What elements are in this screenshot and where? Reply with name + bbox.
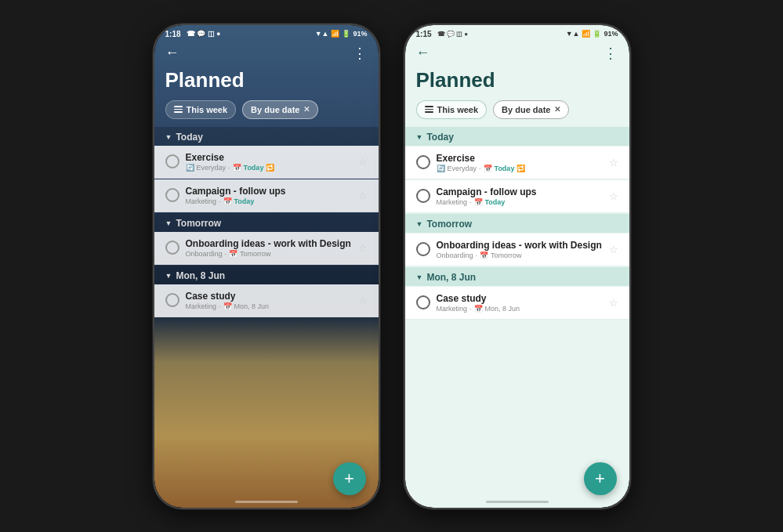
task-onboarding-dark[interactable]: Onboarding ideas - work with Design Onbo…	[154, 232, 379, 265]
filter-this-week-dark[interactable]: This week	[165, 100, 237, 119]
page-title-light: Planned	[405, 67, 629, 100]
phone-dark: 1:18 ☎ 💬 ◫ ● ▼▲ 📶 🔋 91% ← ⋮ Planned This…	[153, 24, 380, 509]
task-meta-campaign-light: Marketing · 📅 Today	[437, 198, 603, 206]
task-info-exercise-light: Exercise 🔄 Everyday · 📅 Today 🔁	[437, 153, 603, 172]
task-list-dark: ▼ Today Exercise 🔄 Everyday · 📅 Today 🔁	[154, 127, 379, 365]
fab-light[interactable]: +	[584, 462, 617, 495]
task-circle-dark[interactable]	[165, 154, 179, 168]
chevron-today-dark: ▼	[165, 133, 172, 141]
star-onboarding-light[interactable]: ☆	[609, 244, 618, 255]
section-tomorrow-dark[interactable]: ▼ Tomorrow	[154, 213, 379, 232]
task-meta-casestudy-dark: Marketing · 📅 Mon, 8 Jun	[186, 302, 352, 310]
menu-button-light[interactable]: ⋮	[604, 45, 618, 62]
task-meta-dark: 🔄 Everyday · 📅 Today 🔁	[186, 164, 352, 172]
task-info-campaign-light: Campaign - follow ups Marketing · 📅 Toda…	[437, 186, 603, 206]
star-onboarding-dark[interactable]: ☆	[358, 242, 368, 254]
status-icons-light: ▼▲ 📶 🔋 91%	[566, 30, 618, 38]
filter-by-due-date-light[interactable]: By due date ✕	[493, 100, 569, 119]
star-casestudy-light[interactable]: ☆	[609, 297, 618, 309]
bottom-bar-light	[486, 501, 549, 503]
app-header-light: ← ⋮	[405, 42, 629, 67]
status-time-light: 1:15 ☎ 💬 ◫ ●	[416, 30, 469, 38]
task-casestudy-light[interactable]: Case study Marketing · 📅 Mon, 8 Jun ☆	[405, 287, 629, 320]
task-casestudy-dark[interactable]: Case study Marketing · 📅 Mon, 8 Jun ☆	[154, 284, 379, 317]
task-info-casestudy-dark: Case study Marketing · 📅 Mon, 8 Jun	[186, 291, 352, 310]
phone-light: 1:15 ☎ 💬 ◫ ● ▼▲ 📶 🔋 91% ← ⋮ Planned This…	[404, 24, 631, 509]
task-circle-onboarding-dark[interactable]	[165, 241, 179, 255]
status-time-dark: 1:18 ☎ 💬 ◫ ●	[165, 30, 221, 38]
status-icons-dark: ▼▲ 📶 🔋 91%	[315, 30, 368, 38]
task-info-campaign-dark: Campaign - follow ups Marketing · 📅 Toda…	[186, 186, 352, 205]
section-mon8jun-dark[interactable]: ▼ Mon, 8 Jun	[154, 266, 379, 284]
filter-bar-light: This week By due date ✕	[405, 100, 629, 127]
task-onboarding-light[interactable]: Onboarding ideas - work with Design Onbo…	[405, 233, 629, 266]
task-meta-campaign-dark: Marketing · 📅 Today	[186, 197, 352, 205]
star-casestudy-dark[interactable]: ☆	[358, 295, 368, 306]
task-info-onboarding-light: Onboarding ideas - work with Design Onbo…	[437, 240, 603, 259]
task-exercise-dark[interactable]: Exercise 🔄 Everyday · 📅 Today 🔁 ☆	[154, 146, 379, 179]
star-campaign-dark[interactable]: ☆	[358, 190, 368, 201]
status-bar-light: 1:15 ☎ 💬 ◫ ● ▼▲ 📶 🔋 91%	[405, 25, 629, 42]
menu-button-dark[interactable]: ⋮	[353, 45, 368, 62]
bottom-bar-dark	[235, 501, 298, 503]
star-exercise-dark[interactable]: ☆	[358, 156, 368, 168]
hamburger-icon-light	[425, 106, 433, 113]
filter-remove-dark[interactable]: ✕	[303, 105, 310, 114]
task-meta-casestudy-light: Marketing · 📅 Mon, 8 Jun	[437, 305, 603, 313]
chevron-mon8jun-dark: ▼	[165, 272, 172, 280]
filter-by-due-date-dark[interactable]: By due date ✕	[242, 100, 318, 119]
task-circle-casestudy-dark[interactable]	[165, 293, 179, 307]
chevron-mon8jun-light: ▼	[416, 273, 423, 281]
chevron-tomorrow-dark: ▼	[165, 219, 172, 227]
section-today-light[interactable]: ▼ Today	[405, 127, 629, 146]
task-info-casestudy-light: Case study Marketing · 📅 Mon, 8 Jun	[437, 293, 603, 313]
task-info-onboarding-dark: Onboarding ideas - work with Design Onbo…	[186, 238, 352, 258]
task-meta-onboarding-light: Onboarding · 📅 Tomorrow	[437, 252, 603, 259]
back-button-light[interactable]: ←	[416, 45, 430, 61]
task-circle-onboarding-light[interactable]	[416, 242, 430, 256]
filter-this-week-light[interactable]: This week	[416, 100, 488, 119]
section-today-dark[interactable]: ▼ Today	[154, 127, 379, 146]
task-circle-exercise-light[interactable]	[416, 155, 430, 169]
back-button-dark[interactable]: ←	[165, 45, 179, 61]
star-campaign-light[interactable]: ☆	[609, 190, 618, 202]
filter-remove-light[interactable]: ✕	[554, 105, 560, 114]
filter-bar-dark: This week By due date ✕	[154, 100, 379, 127]
chevron-today-light: ▼	[416, 133, 423, 141]
section-mon8jun-light[interactable]: ▼ Mon, 8 Jun	[405, 267, 629, 286]
task-circle-campaign-light[interactable]	[416, 189, 430, 203]
app-header-dark: ← ⋮	[154, 42, 379, 67]
chevron-tomorrow-light: ▼	[416, 220, 423, 228]
fab-dark[interactable]: +	[333, 462, 366, 495]
task-circle-casestudy-light[interactable]	[416, 295, 430, 309]
star-exercise-light[interactable]: ☆	[609, 157, 618, 168]
status-bar-dark: 1:18 ☎ 💬 ◫ ● ▼▲ 📶 🔋 91%	[154, 25, 379, 42]
task-meta-exercise-light: 🔄 Everyday · 📅 Today 🔁	[437, 165, 603, 172]
hamburger-icon-dark	[174, 106, 183, 113]
task-info-dark: Exercise 🔄 Everyday · 📅 Today 🔁	[186, 152, 352, 172]
task-campaign-light[interactable]: Campaign - follow ups Marketing · 📅 Toda…	[405, 180, 629, 213]
task-meta-onboarding-dark: Onboarding · 📅 Tomorrow	[186, 250, 352, 258]
page-title-dark: Planned	[154, 67, 379, 100]
task-campaign-dark[interactable]: Campaign - follow ups Marketing · 📅 Toda…	[154, 179, 379, 212]
section-tomorrow-light[interactable]: ▼ Tomorrow	[405, 214, 629, 233]
task-list-light: ▼ Today Exercise 🔄 Everyday · 📅 Today 🔁	[405, 127, 629, 367]
task-exercise-light[interactable]: Exercise 🔄 Everyday · 📅 Today 🔁 ☆	[405, 147, 629, 179]
task-circle-campaign-dark[interactable]	[165, 188, 179, 202]
